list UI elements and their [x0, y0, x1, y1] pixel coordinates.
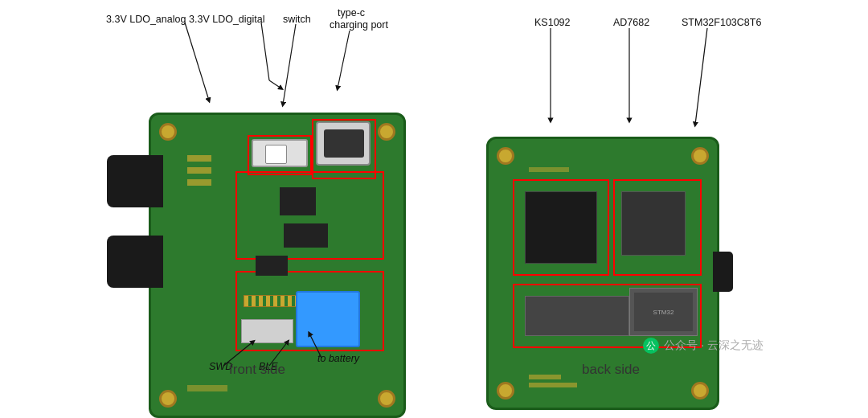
- small-ic-3: [256, 256, 288, 276]
- switch-label: switch: [283, 14, 311, 25]
- back-mount-hole-bl: [497, 382, 514, 400]
- ldo-digital-label: 3.3V LDO_digital: [189, 14, 265, 25]
- mount-hole-bl: [159, 390, 177, 408]
- back-mount-hole-br: [691, 382, 709, 400]
- audio-jack-2: [107, 236, 163, 288]
- back-mount-hole-tr: [691, 147, 709, 165]
- mount-hole-tl: [159, 123, 177, 141]
- back-side-label: back side: [582, 362, 640, 378]
- svg-line-4: [338, 31, 350, 88]
- small-ic-2: [284, 223, 328, 248]
- back-ic-stm32: [525, 296, 629, 336]
- mount-hole-tr: [378, 123, 395, 141]
- svg-line-3: [283, 24, 296, 104]
- svg-line-1: [261, 23, 269, 80]
- back-connector: [713, 252, 733, 292]
- stm32-label: STM32F103C8T6: [682, 17, 761, 28]
- watermark-text: 公众号 · 云深之无迹: [664, 338, 764, 353]
- front-side-label: front side: [229, 362, 285, 378]
- svg-line-0: [185, 23, 209, 100]
- typec-label-2: charging port: [330, 19, 388, 31]
- svg-line-10: [695, 28, 707, 125]
- small-ic-1: [280, 187, 316, 215]
- svg-line-2: [269, 80, 281, 88]
- back-section: STM32 KS1092 AD7682 STM32F103C8T6: [458, 8, 764, 378]
- typec-label-1: type-c: [338, 8, 365, 18]
- wechat-icon: 公: [643, 338, 659, 354]
- back-mount-hole-tl: [497, 147, 514, 165]
- charge-red-box: [312, 119, 376, 179]
- swd-connector: [241, 319, 293, 343]
- main-container: 3.3V LDO_analog 3.3V LDO_digital switch …: [0, 0, 868, 418]
- ble-module: [296, 291, 360, 347]
- ldo-analog-label: 3.3V LDO_analog: [106, 14, 186, 25]
- ks1092-label: KS1092: [534, 17, 571, 28]
- back-ic-ad7682: [621, 191, 686, 256]
- swd-pads: [244, 295, 300, 307]
- front-section: 3.3V LDO_analog 3.3V LDO_digital switch …: [104, 8, 410, 378]
- mount-hole-br: [378, 390, 395, 408]
- switch-red-box: [248, 135, 312, 175]
- stm32-chip: STM32: [629, 288, 698, 336]
- ad7682-label: AD7682: [613, 17, 649, 28]
- watermark: 公 公众号 · 云深之无迹: [643, 338, 764, 354]
- audio-jack-1: [107, 155, 163, 207]
- back-ic-ks1092: [525, 191, 597, 264]
